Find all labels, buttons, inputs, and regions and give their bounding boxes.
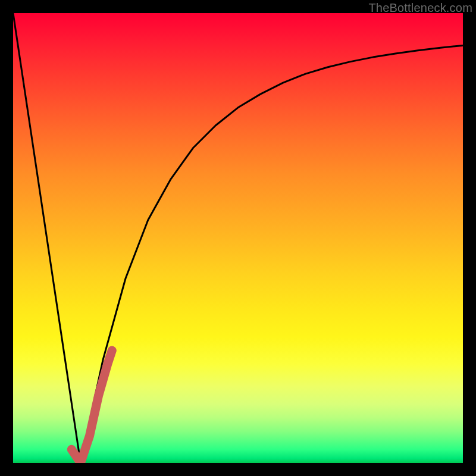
curve-layer <box>13 13 463 463</box>
black-curve <box>13 13 463 463</box>
chart-frame: TheBottleneck.com <box>0 0 476 476</box>
plot-area <box>13 13 463 463</box>
